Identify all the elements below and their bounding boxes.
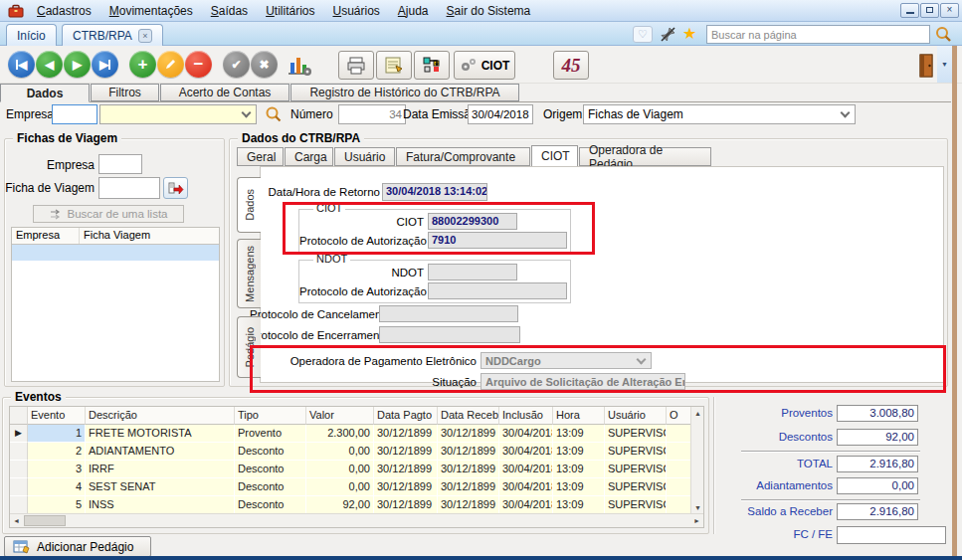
x-icon: ✖	[259, 58, 269, 72]
confirm-button[interactable]: ✔	[223, 51, 250, 78]
row-pointer-icon: ▶	[10, 425, 28, 443]
find-on-page-input[interactable]	[706, 25, 930, 44]
exit-door-button[interactable]	[917, 54, 935, 78]
tab-ctrb-rpa[interactable]: CTRB/RPA ×	[62, 24, 163, 46]
print-button[interactable]	[338, 51, 374, 80]
carregar-ficha-button[interactable]	[163, 177, 188, 199]
tab-dados[interactable]: Dados	[0, 84, 90, 102]
fichas-selected-row[interactable]	[12, 245, 219, 261]
data-emissao-label: Data Emissão	[403, 107, 478, 121]
eventos-col-header[interactable]: Data Receb.	[438, 407, 499, 425]
minimize-button[interactable]	[900, 3, 919, 18]
tab-inicio[interactable]: Início	[6, 24, 57, 46]
logo-button[interactable]: 45	[553, 51, 589, 80]
ficha-de-viagem-input[interactable]	[98, 177, 160, 199]
fichas-empresa-input[interactable]	[98, 154, 142, 174]
eventos-cell: 2	[28, 443, 86, 461]
empresa-label: Empresa	[6, 107, 54, 121]
eventos-cell: 13:09	[553, 425, 605, 443]
eventos-col-header[interactable]: Data Pagto	[374, 407, 438, 425]
tab-carga[interactable]: Carga	[285, 147, 333, 166]
ciot-field-label: CIOT	[299, 216, 424, 228]
proventos-value: 3.008,80	[837, 405, 918, 422]
eventos-col-header[interactable]: Valor	[306, 407, 374, 425]
menu-movimentacoes[interactable]: Movimentações	[100, 1, 202, 21]
eventos-vscrollbar[interactable]: ▲ ▼	[690, 407, 703, 514]
scroll-left-icon[interactable]: ◄	[10, 514, 23, 527]
tab-acerto-de-contas[interactable]: Acerto de Contas	[160, 84, 289, 101]
search-icon[interactable]	[934, 25, 953, 44]
fichas-grid[interactable]: Empresa Ficha Viagem	[11, 227, 220, 382]
scroll-up-icon[interactable]: ▲	[691, 407, 704, 420]
tab-fatura-comprovante[interactable]: Fatura/Comprovante	[396, 147, 530, 166]
hscroll-thumb[interactable]	[24, 515, 66, 526]
eventos-col-header[interactable]: Hora	[553, 407, 605, 425]
eventos-cell: 30/04/2018	[499, 496, 553, 514]
tab-registro-historico[interactable]: Registro de Histórico do CTRB/RPA	[290, 84, 519, 101]
data-emissao-input[interactable]	[468, 104, 533, 124]
previous-record-button[interactable]: ◀	[36, 51, 63, 78]
star-icon[interactable]: ★	[682, 24, 696, 43]
add-button[interactable]: +	[129, 51, 156, 78]
eventos-col-header[interactable]: Inclusão	[499, 407, 553, 425]
first-record-button[interactable]: ◀	[8, 51, 35, 78]
last-record-button[interactable]: ▶	[92, 51, 118, 78]
eventos-col-header[interactable]: Evento	[28, 407, 86, 425]
empresa-code-input[interactable]	[52, 104, 97, 124]
favorite-heart-button[interactable]: ♡	[633, 26, 653, 43]
transfer-button[interactable]	[414, 51, 450, 80]
eventos-col-header[interactable]: O	[667, 407, 692, 425]
eventos-row[interactable]: 4SEST SENATDesconto0,0030/12/189930/12/1…	[10, 478, 703, 496]
empresa-search-icon[interactable]	[265, 105, 283, 123]
eventos-cell: 13:09	[553, 478, 605, 496]
side-tab-dados[interactable]: Dados	[237, 177, 261, 233]
eventos-col-header[interactable]: Usuário	[605, 407, 667, 425]
row-pointer-icon	[10, 443, 28, 461]
tab-usuario[interactable]: Usuário	[334, 147, 395, 166]
tab-filtros[interactable]: Filtros	[91, 84, 159, 101]
buscar-de-uma-lista-button[interactable]: Buscar de uma lista	[33, 205, 184, 223]
eventos-header-row: EventoDescriçãoTipoValorData PagtoData R…	[10, 407, 703, 425]
situacao-select[interactable]: Arquivo de Solicitação de Alteração Envi…	[481, 373, 685, 390]
red-arrow-icon	[168, 181, 184, 195]
menu-usuarios[interactable]: Usuários	[323, 1, 388, 21]
operadora-select[interactable]: NDDCargo	[481, 352, 652, 369]
origem-select[interactable]: Fichas de Viagem	[583, 104, 856, 124]
origem-value: Fichas de Viagem	[588, 107, 683, 121]
toolbar-options-strip[interactable]: ▼	[937, 46, 952, 83]
side-tab-pedagio[interactable]: Pedágio	[237, 316, 261, 378]
eventos-row[interactable]: 3IRRFDesconto0,0030/12/189930/12/189930/…	[10, 461, 703, 478]
menu-ajuda[interactable]: Ajuda	[389, 1, 438, 21]
eventos-cell: Desconto	[235, 461, 306, 478]
edit-button[interactable]	[157, 51, 184, 78]
eventos-row[interactable]: 5INSSDesconto92,0030/12/189930/12/189930…	[10, 496, 703, 514]
report-button[interactable]	[376, 51, 412, 80]
eventos-col-header[interactable]: Tipo	[235, 407, 306, 425]
chart-button[interactable]	[287, 53, 312, 77]
pin-disabled-icon[interactable]	[659, 25, 677, 44]
eventos-row[interactable]: 2ADIANTAMENTODesconto0,0030/12/189930/12…	[10, 443, 703, 461]
next-record-button[interactable]: ▶	[64, 51, 91, 78]
restore-button[interactable]	[920, 3, 939, 18]
tab-geral[interactable]: Geral	[237, 147, 284, 166]
side-tab-mensagens[interactable]: Mensagens	[237, 239, 261, 308]
eventos-row[interactable]: ▶1FRETE MOTORISTAProvento2.300,0030/12/1…	[10, 425, 703, 443]
close-tab-icon[interactable]: ×	[138, 29, 152, 43]
adicionar-pedagio-button[interactable]: Adicionar Pedágio	[4, 536, 151, 557]
menu-sair[interactable]: Sair do Sistema	[438, 1, 540, 21]
empresa-combo[interactable]	[99, 104, 257, 124]
menu-saidas[interactable]: Saídas	[202, 1, 257, 21]
eventos-hscrollbar[interactable]: ◄ ►	[10, 513, 703, 527]
close-button[interactable]: ×	[940, 3, 959, 18]
scroll-right-icon[interactable]: ►	[690, 514, 703, 527]
cancel-button[interactable]: ✖	[251, 51, 278, 78]
menu-cadastros[interactable]: Cadastros	[28, 1, 100, 21]
eventos-col-header[interactable]: Descrição	[86, 407, 235, 425]
tab-ciot[interactable]: CIOT	[531, 145, 578, 166]
numero-input[interactable]	[338, 104, 406, 124]
tab-operadora-pedagio[interactable]: Operadora de Pedágio	[579, 147, 711, 166]
check-icon: ✔	[231, 58, 241, 72]
delete-button[interactable]: −	[185, 51, 212, 78]
ciot-button[interactable]: CIOT	[454, 51, 515, 80]
menu-utilitarios[interactable]: Utilitários	[257, 1, 323, 21]
